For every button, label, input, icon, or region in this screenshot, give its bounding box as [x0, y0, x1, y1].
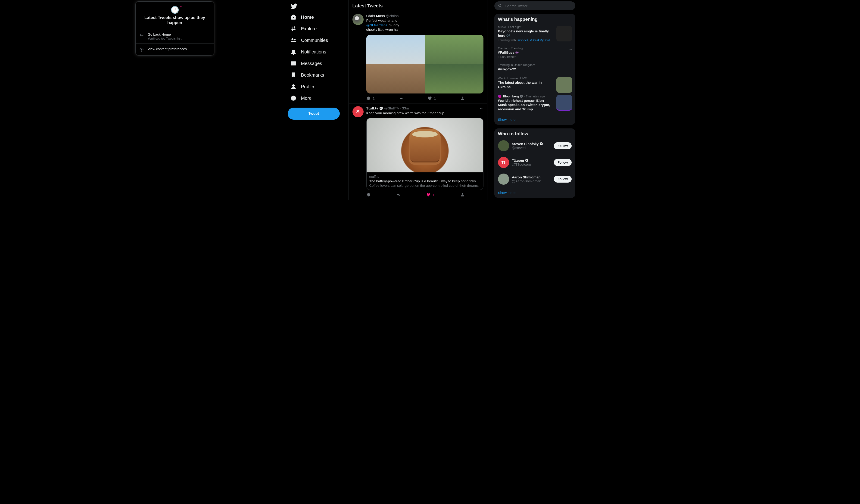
nav-label: Explore	[301, 26, 317, 31]
follow-suggestion[interactable]: T3 T3.com @T3dotcom Follow	[494, 154, 575, 171]
reply-button[interactable]: 1	[367, 96, 375, 100]
follow-suggestion[interactable]: Aaron Shmidman @AaronShmidman Follow	[494, 171, 575, 187]
tweet[interactable]: Chris Moss @chrisn Perfect weather and @…	[349, 11, 487, 103]
tweet-media[interactable]	[367, 35, 484, 93]
trend-thumbnail	[556, 26, 572, 41]
trend-meta: Trending in United Kingdom	[498, 63, 572, 67]
option-title: Go back Home	[148, 32, 182, 36]
nav-label: Messages	[301, 61, 322, 66]
author-name[interactable]: Chris Moss	[367, 14, 385, 18]
link-card-title: The battery-powered Ember Cup is a beaut…	[369, 179, 481, 183]
author-handle[interactable]: @chrisn	[386, 14, 399, 18]
tweet-text: Keep your morning brew warm with the Emb…	[367, 111, 484, 115]
avatar[interactable]	[498, 140, 509, 152]
search-input[interactable]	[505, 4, 572, 8]
share-button[interactable]	[460, 193, 464, 197]
nav-label: Communities	[301, 38, 328, 43]
retweet-icon	[396, 193, 400, 197]
author-name[interactable]: Stuff.tv	[367, 106, 378, 110]
person-icon	[290, 84, 297, 89]
user-name: Aaron Shmidman	[512, 175, 541, 179]
media-thumbnail[interactable]	[425, 35, 484, 64]
trend-item[interactable]: ⋯ Gaming · Trending #FallGuys👾 17.8K Twe…	[494, 44, 575, 61]
view-preferences-option[interactable]: View content preferences	[135, 43, 214, 55]
svg-point-0	[291, 39, 293, 40]
follow-suggestion[interactable]: Steven Sinofsky @stevesi Follow	[494, 138, 575, 154]
share-button[interactable]	[461, 96, 465, 100]
nav-home[interactable]: Home	[288, 11, 346, 23]
tweet-more-button[interactable]: ⋯	[480, 106, 484, 110]
media-thumbnail[interactable]	[367, 64, 425, 93]
heart-icon	[426, 193, 430, 197]
nav-profile[interactable]: Profile	[288, 81, 346, 92]
tweet[interactable]: ⋯ S Stuff.tv @StuffTV · 33m Keep your mo…	[349, 103, 487, 200]
compose-tweet-button[interactable]: Tweet	[288, 107, 340, 120]
nav-label: Profile	[301, 84, 314, 89]
trend-more-button[interactable]: ⋯	[569, 63, 572, 68]
timeline-header: Latest Tweets	[349, 0, 487, 11]
panel-header: Who to follow	[494, 128, 575, 138]
avatar[interactable]	[353, 14, 363, 25]
envelope-icon	[290, 60, 297, 67]
trend-title: #rukgow22	[498, 67, 572, 72]
nav-more[interactable]: More	[288, 92, 346, 104]
popover-title: Latest Tweets show up as they happen	[142, 15, 207, 25]
link-card-domain: stuff.tv	[369, 175, 481, 179]
home-icon	[290, 14, 297, 20]
reply-button[interactable]	[367, 193, 371, 197]
author-handle[interactable]: @StuffTV	[384, 106, 399, 110]
nav-bookmarks[interactable]: Bookmarks	[288, 69, 346, 81]
svg-point-5	[292, 98, 292, 98]
swap-icon	[139, 33, 144, 38]
retweet-button[interactable]	[396, 193, 400, 197]
avatar[interactable]: S	[353, 106, 363, 117]
media-thumbnail[interactable]	[367, 35, 425, 64]
avatar[interactable]: T3	[498, 157, 509, 168]
nav-messages[interactable]: Messages	[288, 58, 346, 69]
trend-item[interactable]: Bloomberg · 7 minutes ago World's riches…	[494, 92, 575, 114]
trend-thumbnail	[556, 77, 572, 93]
mention-link[interactable]: @SLGardens	[367, 23, 387, 27]
media-thumbnail[interactable]	[425, 64, 484, 93]
nav-communities[interactable]: Communities	[288, 34, 346, 46]
go-back-home-option[interactable]: Go back Home You'll see top Tweets first…	[135, 29, 214, 43]
heart-icon	[428, 96, 432, 100]
trend-more-button[interactable]: ⋯	[569, 47, 572, 51]
people-icon	[290, 37, 297, 43]
sidebar: What's happening Music · Last night Beyo…	[494, 0, 575, 200]
retweet-icon	[399, 96, 403, 100]
user-handle: @T3dotcom	[512, 162, 531, 167]
tweet-time[interactable]: 33m	[402, 106, 409, 110]
trend-title: #FallGuys👾	[498, 51, 572, 55]
follow-button[interactable]: Follow	[554, 159, 571, 166]
trend-link[interactable]: Beyoncé, #BreakMySoul	[517, 39, 550, 42]
user-handle: @stevesi	[512, 146, 543, 150]
twitter-logo[interactable]	[288, 0, 346, 11]
like-button[interactable]: 1	[428, 96, 436, 100]
avatar[interactable]	[498, 174, 509, 185]
reply-count: 1	[373, 96, 375, 100]
trend-item[interactable]: ⋯ Trending in United Kingdom #rukgow22	[494, 61, 575, 74]
search-icon	[498, 4, 502, 8]
trend-item[interactable]: Music · Last night Beyoncé's new single …	[494, 23, 575, 44]
user-name: Steven Sinofsky	[512, 142, 543, 146]
nav-label: Notifications	[301, 49, 326, 55]
tweet-text: Perfect weather and @SLGardens. Sunny ch…	[367, 18, 484, 32]
trend-item[interactable]: War in Ukraine · LIVE The latest about t…	[494, 74, 575, 92]
follow-button[interactable]: Follow	[554, 142, 571, 149]
show-more-link[interactable]: Show more	[494, 114, 575, 125]
link-card[interactable]: stuff.tv The battery-powered Ember Cup i…	[367, 118, 484, 190]
follow-button[interactable]: Follow	[554, 176, 571, 183]
svg-point-6	[293, 98, 293, 98]
show-more-link[interactable]: Show more	[494, 187, 575, 198]
nav-notifications[interactable]: Notifications	[288, 46, 346, 58]
retweet-button[interactable]	[399, 96, 403, 100]
bookmark-icon	[290, 72, 297, 78]
verified-icon	[540, 142, 543, 146]
search-box[interactable]	[494, 1, 575, 10]
like-button[interactable]: 1	[426, 193, 435, 197]
like-count: 1	[433, 193, 435, 197]
nav-explore[interactable]: Explore	[288, 23, 346, 34]
link-card-image	[367, 118, 483, 172]
whats-happening-panel: What's happening Music · Last night Beyo…	[494, 14, 575, 125]
